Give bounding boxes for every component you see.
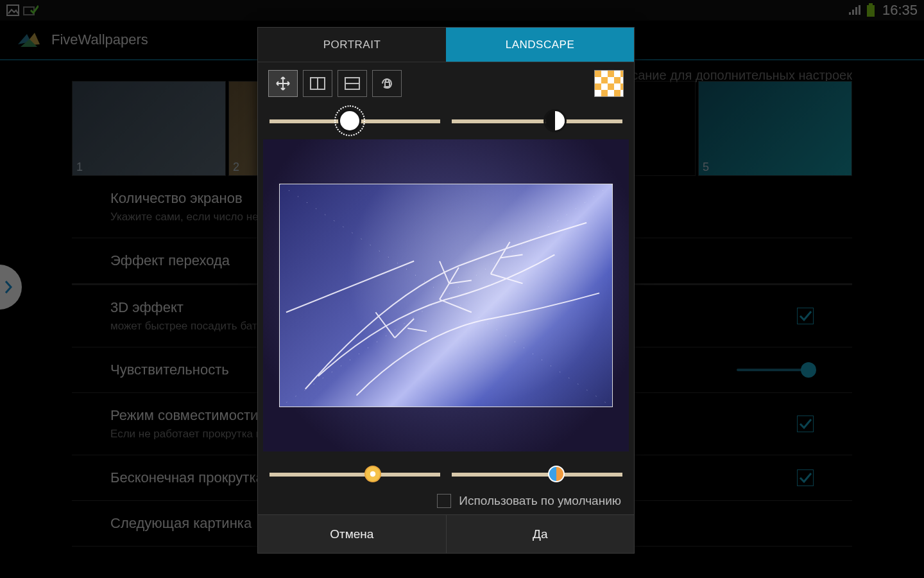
svg-rect-11 bbox=[385, 82, 389, 87]
ok-button[interactable]: Да bbox=[446, 515, 635, 553]
tool-color-icon[interactable] bbox=[594, 70, 624, 97]
tool-move-icon[interactable] bbox=[268, 70, 298, 97]
top-sliders bbox=[258, 101, 634, 136]
checkbox-default[interactable] bbox=[437, 494, 451, 508]
brightness-slider[interactable] bbox=[270, 111, 440, 130]
tool-lock-rotate-icon[interactable] bbox=[372, 70, 402, 97]
tint-slider[interactable] bbox=[452, 464, 622, 484]
dialog-buttons: Отмена Да bbox=[258, 514, 634, 553]
default-label: Использовать по умолчанию bbox=[459, 494, 621, 508]
orientation-tabs: PORTRAIT LANDSCAPE bbox=[258, 28, 634, 62]
tab-landscape[interactable]: LANDSCAPE bbox=[446, 28, 634, 62]
default-row: Использовать по умолчанию bbox=[258, 489, 634, 514]
tab-portrait[interactable]: PORTRAIT bbox=[258, 28, 446, 62]
tool-row bbox=[258, 62, 634, 101]
warmth-slider[interactable] bbox=[270, 464, 440, 484]
tool-split-h-icon[interactable] bbox=[338, 70, 367, 97]
bottom-sliders bbox=[258, 454, 634, 489]
frost-image bbox=[280, 184, 612, 407]
wallpaper-edit-dialog: PORTRAIT LANDSCAPE bbox=[257, 27, 635, 554]
cancel-button[interactable]: Отмена bbox=[258, 515, 446, 553]
tool-split-v-icon[interactable] bbox=[303, 70, 332, 97]
contrast-slider[interactable] bbox=[452, 111, 622, 130]
crop-frame[interactable] bbox=[279, 184, 613, 407]
preview-area[interactable] bbox=[258, 136, 634, 454]
